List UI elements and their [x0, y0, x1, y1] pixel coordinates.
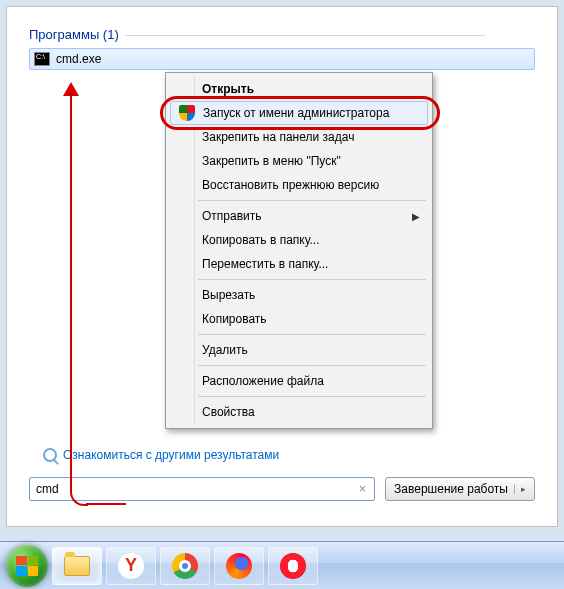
ctx-send-to[interactable]: Отправить▶	[168, 204, 430, 228]
taskbar-item-opera[interactable]	[268, 547, 318, 585]
see-more-results-link[interactable]: Ознакомиться с другими результатами	[43, 448, 279, 462]
context-menu: Открыть Запуск от имени администратора З…	[165, 72, 433, 429]
ctx-open-location[interactable]: Расположение файла	[168, 369, 430, 393]
see-more-results-label: Ознакомиться с другими результатами	[63, 448, 279, 462]
chevron-right-icon: ▶	[412, 211, 420, 222]
yandex-icon: Y	[118, 553, 144, 579]
taskbar: Y	[0, 541, 564, 589]
ctx-move-to-folder[interactable]: Переместить в папку...	[168, 252, 430, 276]
ctx-cut[interactable]: Вырезать	[168, 283, 430, 307]
section-header-label: Программы (1)	[29, 27, 119, 42]
ctx-properties[interactable]: Свойства	[168, 400, 430, 424]
annotation-arrow-head	[63, 82, 79, 96]
taskbar-item-explorer[interactable]	[52, 547, 102, 585]
chrome-icon	[172, 553, 198, 579]
section-header-programs: Программы (1)	[21, 21, 543, 46]
ctx-pin-start[interactable]: Закрепить в меню "Пуск"	[168, 149, 430, 173]
cmd-icon	[34, 52, 50, 66]
taskbar-item-yandex[interactable]: Y	[106, 547, 156, 585]
explorer-icon	[64, 556, 90, 576]
ctx-run-as-admin[interactable]: Запуск от имени администратора	[170, 101, 428, 125]
firefox-icon	[226, 553, 252, 579]
annotation-arrow-tail	[86, 503, 126, 505]
shutdown-menu-arrow[interactable]: ▸	[514, 484, 526, 494]
shield-icon	[179, 105, 195, 121]
shutdown-label: Завершение работы	[394, 482, 508, 496]
ctx-delete[interactable]: Удалить	[168, 338, 430, 362]
taskbar-item-chrome[interactable]	[160, 547, 210, 585]
opera-icon	[280, 553, 306, 579]
ctx-open[interactable]: Открыть	[168, 77, 430, 101]
taskbar-item-firefox[interactable]	[214, 547, 264, 585]
ctx-pin-taskbar[interactable]: Закрепить на панели задач	[168, 125, 430, 149]
search-icon	[43, 448, 57, 462]
shutdown-button[interactable]: Завершение работы ▸	[385, 477, 535, 501]
clear-search-icon[interactable]: ×	[355, 482, 370, 496]
ctx-restore-previous[interactable]: Восстановить прежнюю версию	[168, 173, 430, 197]
ctx-copy-to-folder[interactable]: Копировать в папку...	[168, 228, 430, 252]
windows-logo-icon	[16, 556, 38, 576]
ctx-copy[interactable]: Копировать	[168, 307, 430, 331]
annotation-arrow	[70, 92, 72, 492]
search-result-label: cmd.exe	[56, 52, 101, 66]
start-button[interactable]	[6, 545, 48, 587]
search-result-cmd[interactable]: cmd.exe	[29, 48, 535, 70]
